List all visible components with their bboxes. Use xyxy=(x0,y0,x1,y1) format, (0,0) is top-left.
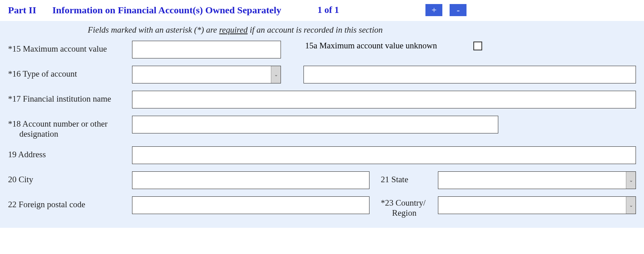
instruction-post: if an account is recorded in this sectio… xyxy=(248,25,383,35)
pager: 1 of 1 xyxy=(318,5,339,15)
instruction-pre: Fields marked with an asterisk (*) are xyxy=(88,25,219,35)
row-18: *18 Account number or other designation xyxy=(8,116,636,139)
add-button[interactable]: + xyxy=(425,4,442,16)
section-header: Part II Information on Financial Account… xyxy=(0,0,644,21)
type-of-account-select[interactable]: ⌄ xyxy=(132,66,281,83)
row-17: *17 Financial institution name xyxy=(8,91,636,108)
label-18-line1: *18 Account number or other xyxy=(8,119,107,129)
part-title: Information on Financial Account(s) Owne… xyxy=(52,5,281,16)
instruction-text: Fields marked with an asterisk (*) are r… xyxy=(88,25,636,35)
address-input[interactable] xyxy=(132,146,636,164)
label-23-line1: *23 Country/ xyxy=(381,198,425,208)
row-15: *15 Maximum account value 15a Maximum ac… xyxy=(8,41,636,58)
row-16: *16 Type of account ⌄ xyxy=(8,66,636,83)
label-21: 21 State xyxy=(369,171,438,185)
label-20: 20 City xyxy=(8,171,132,185)
row-22-23: 22 Foreign postal code *23 Country/ Regi… xyxy=(8,196,636,218)
max-account-value-input[interactable] xyxy=(132,41,281,58)
label-15: *15 Maximum account value xyxy=(8,41,132,54)
instruction-required: required xyxy=(219,25,248,35)
label-19: 19 Address xyxy=(8,146,132,160)
label-18: *18 Account number or other designation xyxy=(8,116,132,139)
chevron-down-icon: ⌄ xyxy=(626,197,636,214)
country-region-value xyxy=(438,197,626,214)
row-19: 19 Address xyxy=(8,146,636,164)
chevron-down-icon: ⌄ xyxy=(626,172,636,189)
max-value-unknown-checkbox[interactable] xyxy=(473,42,482,50)
part-label: Part II xyxy=(8,5,36,16)
row-20-21: 20 City 21 State ⌄ xyxy=(8,171,636,189)
label-23: *23 Country/ Region xyxy=(369,196,438,218)
financial-institution-name-input[interactable] xyxy=(132,91,636,108)
label-22: 22 Foreign postal code xyxy=(8,196,132,210)
form-area: Fields marked with an asterisk (*) are r… xyxy=(0,21,644,228)
add-remove-buttons: + - xyxy=(425,4,466,16)
account-number-input[interactable] xyxy=(132,116,498,133)
country-region-select[interactable]: ⌄ xyxy=(438,196,636,214)
type-of-account-other-input[interactable] xyxy=(303,66,636,83)
label-17: *17 Financial institution name xyxy=(8,91,132,104)
city-input[interactable] xyxy=(132,171,369,189)
label-15a: 15a Maximum account value unknown xyxy=(305,41,437,51)
remove-button[interactable]: - xyxy=(450,4,466,16)
chevron-down-icon: ⌄ xyxy=(271,66,281,83)
label-16: *16 Type of account xyxy=(8,66,132,79)
label-23-line2: Region xyxy=(392,208,417,218)
state-select[interactable]: ⌄ xyxy=(438,171,636,189)
state-value xyxy=(438,172,626,189)
row-15a: 15a Maximum account value unknown xyxy=(305,41,482,51)
foreign-postal-code-input[interactable] xyxy=(132,196,369,214)
type-of-account-value xyxy=(132,66,271,83)
label-18-line2: designation xyxy=(19,129,132,139)
